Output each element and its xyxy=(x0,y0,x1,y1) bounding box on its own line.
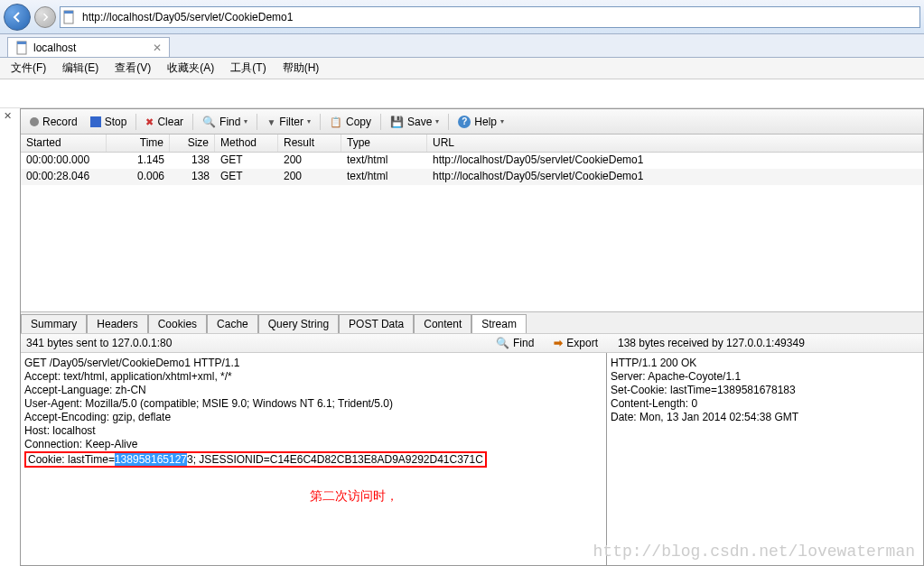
menu-tools[interactable]: 工具(T) xyxy=(223,59,273,78)
record-button[interactable]: Record xyxy=(24,114,83,130)
browser-tab[interactable]: localhost ✕ xyxy=(7,37,170,57)
find-in-stream-button[interactable]: Find xyxy=(490,335,539,351)
copy-button[interactable]: Copy xyxy=(324,114,377,130)
export-button[interactable]: Export xyxy=(548,335,603,351)
save-icon xyxy=(390,116,404,128)
tab-bar: localhost ✕ xyxy=(0,34,924,58)
tab-summary[interactable]: Summary xyxy=(21,314,87,333)
export-icon xyxy=(554,337,563,349)
save-button[interactable]: Save▾ xyxy=(385,114,444,130)
svg-rect-1 xyxy=(64,11,73,14)
col-type[interactable]: Type xyxy=(341,135,427,152)
menu-edit[interactable]: 编辑(E) xyxy=(55,59,106,78)
help-icon: ? xyxy=(458,116,471,128)
stream-panels: GET /Day05/servlet/CookieDemo1 HTTP/1.1 … xyxy=(21,353,923,565)
page-content-area xyxy=(0,79,924,108)
side-label: ch Professional 4.1 xyxy=(0,474,2,559)
request-panel[interactable]: GET /Day05/servlet/CookieDemo1 HTTP/1.1 … xyxy=(21,353,607,565)
response-panel[interactable]: HTTP/1.1 200 OK Server: Apache-Coyote/1.… xyxy=(607,353,923,565)
col-size[interactable]: Size xyxy=(170,135,215,152)
request-grid: Started Time Size Method Result Type URL… xyxy=(21,135,923,311)
stop-icon xyxy=(90,116,101,127)
clear-icon xyxy=(145,116,154,128)
annotation-text: 第二次访问时， xyxy=(310,488,398,505)
col-started[interactable]: Started xyxy=(21,135,107,152)
record-icon xyxy=(30,117,39,126)
debugger-panel: ✕ ch Professional 4.1 Record Stop Clear … xyxy=(0,108,924,566)
tab-content[interactable]: Content xyxy=(414,314,471,333)
table-row[interactable]: 00:00:28.046 0.006 138 GET 200 text/html… xyxy=(21,169,923,185)
address-bar xyxy=(0,0,924,34)
tab-title: localhost xyxy=(33,42,76,54)
forward-button[interactable] xyxy=(34,6,56,28)
detail-tabs: Summary Headers Cookies Cache Query Stri… xyxy=(21,311,923,333)
address-input-wrap[interactable] xyxy=(60,6,920,28)
chevron-down-icon: ▾ xyxy=(307,117,311,125)
grid-header: Started Time Size Method Result Type URL xyxy=(21,135,923,153)
find-button[interactable]: Find▾ xyxy=(197,114,253,130)
cookie-value-selection: 138958165127 xyxy=(115,453,187,466)
svg-rect-3 xyxy=(17,42,26,44)
tab-querystring[interactable]: Query String xyxy=(258,314,339,333)
menu-bar: 文件(F) 编辑(E) 查看(V) 收藏夹(A) 工具(T) 帮助(H) xyxy=(0,58,924,79)
tab-postdata[interactable]: POST Data xyxy=(339,314,414,333)
bytes-received-label: 138 bytes received by 127.0.0.1:49349 xyxy=(611,337,918,349)
close-panel-icon[interactable]: ✕ xyxy=(4,110,12,122)
chevron-down-icon: ▾ xyxy=(435,117,439,125)
filter-icon xyxy=(266,116,275,128)
arrow-left-icon xyxy=(10,10,24,24)
grid-empty-area xyxy=(21,185,923,311)
table-row[interactable]: 00:00:00.000 1.145 138 GET 200 text/html… xyxy=(21,153,923,169)
stop-button[interactable]: Stop xyxy=(85,114,133,130)
tab-stream[interactable]: Stream xyxy=(471,314,527,333)
tab-cookies[interactable]: Cookies xyxy=(148,314,207,333)
arrow-right-icon xyxy=(40,12,51,23)
url-input[interactable] xyxy=(80,9,918,25)
page-icon xyxy=(62,10,77,24)
copy-icon xyxy=(330,116,342,128)
tab-cache[interactable]: Cache xyxy=(207,314,258,333)
bytes-sent-label: 341 bytes sent to 127.0.0.1:80 xyxy=(26,337,483,349)
status-row: 341 bytes sent to 127.0.0.1:80 Find Expo… xyxy=(21,333,923,353)
find-icon xyxy=(496,337,509,349)
clear-button[interactable]: Clear xyxy=(140,114,189,130)
col-method[interactable]: Method xyxy=(215,135,278,152)
col-url[interactable]: URL xyxy=(427,135,923,152)
filter-button[interactable]: Filter▾ xyxy=(261,114,316,130)
tab-close-icon[interactable]: ✕ xyxy=(153,42,162,54)
page-icon xyxy=(15,41,30,55)
menu-file[interactable]: 文件(F) xyxy=(4,59,53,78)
col-result[interactable]: Result xyxy=(278,135,341,152)
menu-favorites[interactable]: 收藏夹(A) xyxy=(160,59,221,78)
grid-body: 00:00:00.000 1.145 138 GET 200 text/html… xyxy=(21,153,923,185)
cookie-line-highlight: Cookie: lastTime=1389581651273; JSESSION… xyxy=(24,451,487,468)
tab-headers[interactable]: Headers xyxy=(87,314,147,333)
back-button[interactable] xyxy=(4,4,31,31)
find-icon xyxy=(202,116,216,128)
debugger-toolbar: Record Stop Clear Find▾ Filter▾ Copy Sav… xyxy=(21,109,923,135)
chevron-down-icon: ▾ xyxy=(500,117,504,125)
menu-view[interactable]: 查看(V) xyxy=(107,59,158,78)
col-time[interactable]: Time xyxy=(107,135,170,152)
menu-help[interactable]: 帮助(H) xyxy=(275,59,327,78)
chevron-down-icon: ▾ xyxy=(244,117,247,125)
help-button[interactable]: ?Help▾ xyxy=(453,114,509,130)
